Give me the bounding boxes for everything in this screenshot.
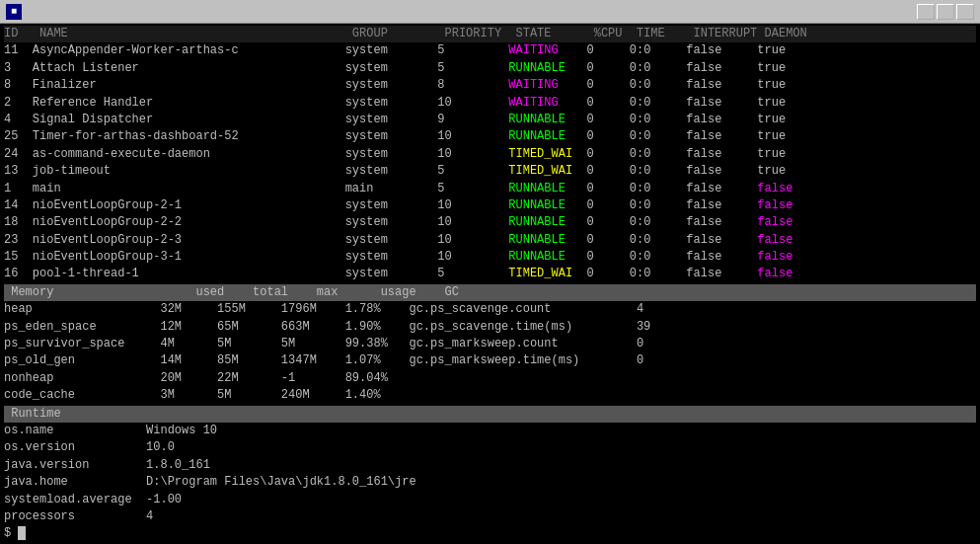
thread-table: 11 AsyncAppender-Worker-arthas-c system … [4, 42, 976, 282]
memory-row: ps_survivor_space 4M 5M 5M 99.38% gc.ps_… [4, 336, 976, 352]
runtime-table: os.name Windows 10os.version 10.0java.ve… [4, 423, 976, 525]
thread-row: 16 pool-1-thread-1 system 5 TIMED_WAI 0 … [4, 266, 976, 282]
thread-row: 13 job-timeout system 5 TIMED_WAI 0 0:0 … [4, 163, 976, 180]
thread-row: 23 nioEventLoopGroup-2-3 system 10 RUNNA… [4, 232, 976, 249]
runtime-row: os.name Windows 10 [4, 423, 976, 439]
memory-row: code_cache 3M 5M 240M 1.40% [4, 387, 976, 404]
terminal: ID NAME GROUP PRIORITY STATE %CPU TIME I… [0, 24, 980, 544]
title-bar-icon: ■ [6, 4, 22, 20]
runtime-header: Runtime [4, 406, 976, 423]
close-button[interactable] [956, 4, 974, 20]
thread-row: 2 Reference Handler system 10 WAITING 0 … [4, 95, 976, 112]
title-bar: ■ [0, 0, 980, 24]
thread-row: 4 Signal Dispatcher system 9 RUNNABLE 0 … [4, 112, 976, 128]
memory-row: nonheap 20M 22M -1 89.04% [4, 370, 976, 387]
memory-row: ps_old_gen 14M 85M 1347M 1.07% gc.ps_mar… [4, 352, 976, 369]
runtime-row: systemload.average -1.00 [4, 492, 976, 508]
memory-row: heap 32M 155M 1796M 1.78% gc.ps_scavenge… [4, 301, 976, 318]
thread-row: 14 nioEventLoopGroup-2-1 system 10 RUNNA… [4, 197, 976, 214]
thread-header: ID NAME GROUP PRIORITY STATE %CPU TIME I… [4, 26, 976, 42]
maximize-button[interactable] [937, 4, 954, 20]
runtime-row: os.version 10.0 [4, 439, 976, 456]
thread-row: 1 main main 5 RUNNABLE 0 0:0 false false [4, 181, 976, 197]
prompt-line: $ [4, 525, 976, 542]
thread-row: 25 Timer-for-arthas-dashboard-52 system … [4, 128, 976, 145]
memory-table: heap 32M 155M 1796M 1.78% gc.ps_scavenge… [4, 301, 976, 404]
thread-row: 8 Finalizer system 8 WAITING 0 0:0 false… [4, 77, 976, 94]
thread-row: 18 nioEventLoopGroup-2-2 system 10 RUNNA… [4, 214, 976, 231]
thread-row: 24 as-command-execute-daemon system 10 T… [4, 146, 976, 163]
runtime-row: java.home D:\Program Files\Java\jdk1.8.0… [4, 474, 976, 491]
runtime-row: processors 4 [4, 508, 976, 525]
runtime-row: java.version 1.8.0_161 [4, 457, 976, 474]
thread-row: 11 AsyncAppender-Worker-arthas-c system … [4, 42, 976, 59]
memory-row: ps_eden_space 12M 65M 663M 1.90% gc.ps_s… [4, 319, 976, 336]
minimize-button[interactable] [917, 4, 935, 20]
thread-row: 3 Attach Listener system 5 RUNNABLE 0 0:… [4, 60, 976, 77]
thread-row: 15 nioEventLoopGroup-3-1 system 10 RUNNA… [4, 249, 976, 266]
cursor [18, 526, 26, 540]
memory-header: Memory used total max usage GC [4, 284, 976, 301]
title-bar-buttons [917, 4, 974, 20]
